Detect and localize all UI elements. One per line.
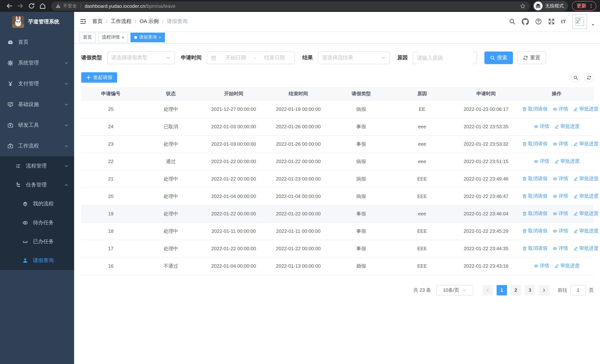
- fullscreen-icon[interactable]: [548, 18, 555, 25]
- sidebar-item-payment[interactable]: 支付管理: [0, 73, 74, 94]
- cell-id: 25: [81, 101, 141, 118]
- search-button[interactable]: 搜索: [484, 52, 513, 64]
- browser-back-icon[interactable]: [6, 3, 13, 9]
- browser-menu-icon[interactable]: [589, 3, 594, 9]
- breadcrumb-item[interactable]: 首页: [92, 18, 103, 25]
- detail-action-link[interactable]: 详情: [553, 193, 568, 200]
- help-icon[interactable]: [535, 18, 542, 25]
- sidebar-item-label: 流程管理: [26, 163, 47, 169]
- page-button-2[interactable]: 2: [511, 285, 521, 295]
- detail-action-link[interactable]: 详情: [553, 106, 568, 112]
- sidebar-item-todo-task[interactable]: 待办任务: [0, 213, 74, 232]
- cancel-action-link[interactable]: 取消请假: [522, 210, 547, 217]
- browser-forward-icon[interactable]: [17, 3, 24, 9]
- url-host[interactable]: dashboard.yudao.iocoder.cn: [85, 3, 145, 9]
- range-separator: -: [252, 55, 258, 61]
- tab-close-icon[interactable]: ×: [122, 35, 124, 39]
- cancel-action-link[interactable]: 取消请假: [522, 176, 547, 182]
- update-label[interactable]: 更新: [577, 3, 586, 9]
- page-size-select[interactable]: 10条/页: [436, 285, 473, 295]
- progress-action-link[interactable]: 审批进度: [573, 228, 599, 234]
- progress-action-link[interactable]: 审批进度: [573, 245, 599, 252]
- progress-action-link[interactable]: 审批进度: [573, 106, 599, 112]
- cell-reason: EEE: [392, 240, 452, 257]
- page-button-1[interactable]: 1: [497, 285, 507, 295]
- sidebar-item-workflow[interactable]: 工作流程: [0, 136, 74, 156]
- avatar-caret-icon[interactable]: [591, 23, 595, 27]
- detail-action-link[interactable]: 详情: [553, 210, 568, 217]
- sidebar-item-system[interactable]: 系统管理: [0, 53, 74, 73]
- progress-action-link[interactable]: 审批进度: [573, 141, 599, 147]
- refresh-icon: [523, 55, 528, 60]
- start-date-placeholder[interactable]: 开始日期: [219, 55, 252, 61]
- page-button-3[interactable]: 3: [525, 285, 535, 295]
- browser-reload-icon[interactable]: [28, 3, 35, 9]
- eye-closed-icon: [22, 239, 28, 244]
- chevron-down-icon: [64, 61, 69, 65]
- jump-page-input[interactable]: [570, 285, 586, 295]
- cancel-action-link[interactable]: 取消请假: [522, 193, 547, 200]
- url-bar[interactable]: 不安全 dashboard.yudao.iocoder.cn /bpm/oa/l…: [51, 1, 530, 10]
- github-icon[interactable]: [522, 18, 529, 25]
- table-header-row: 申请编号状态开始时间结束时间请假类型原因申请时间操作: [81, 87, 594, 101]
- table-row: 17处理中2022-01-22 00:00:002022-01-22 00:00…: [81, 240, 594, 257]
- progress-action-link[interactable]: 审批进度: [554, 263, 580, 269]
- not-secure-label[interactable]: 不安全: [63, 3, 77, 9]
- sidebar-collapse-icon[interactable]: [80, 19, 86, 24]
- sidebar-item-leave-query[interactable]: 请假查询: [0, 251, 74, 270]
- reset-button[interactable]: 重置: [517, 52, 546, 64]
- sidebar-item-process-mgmt[interactable]: 流程管理: [0, 156, 74, 175]
- sidebar-item-infra[interactable]: 基础设施: [0, 94, 74, 115]
- sidebar-item-my-process[interactable]: 我的流程: [0, 194, 74, 213]
- detail-action-link[interactable]: 详情: [553, 228, 568, 234]
- progress-action-link[interactable]: 审批进度: [573, 176, 599, 182]
- cell-reason: EEE: [392, 222, 452, 240]
- sidebar-item-task-mgmt[interactable]: 任务管理: [0, 175, 74, 194]
- cancel-action-link[interactable]: 取消请假: [522, 228, 547, 234]
- app-logo-row[interactable]: 芋道管理系统: [0, 12, 74, 32]
- tab-close-icon[interactable]: ×: [159, 35, 161, 39]
- incognito-label: 无痕模式: [545, 3, 564, 9]
- breadcrumb-item[interactable]: OA 示例: [140, 18, 159, 25]
- refresh-table-button[interactable]: [584, 73, 594, 82]
- bookmark-star-icon[interactable]: [520, 3, 525, 9]
- browser-update-button[interactable]: 更新: [572, 1, 596, 11]
- sidebar-item-devtools[interactable]: 研发工具: [0, 115, 74, 136]
- toggle-search-button[interactable]: [571, 73, 580, 82]
- cancel-action-link[interactable]: 取消请假: [522, 141, 547, 147]
- detail-action-link[interactable]: 详情: [534, 263, 549, 269]
- progress-action-link[interactable]: 审批进度: [554, 123, 580, 130]
- apply-time-range-picker[interactable]: 开始日期 - 结束日期: [207, 52, 295, 64]
- cancel-action-link[interactable]: 取消请假: [522, 106, 547, 112]
- detail-action-link[interactable]: 详情: [553, 176, 568, 182]
- browser-home-icon[interactable]: [39, 3, 46, 9]
- avatar[interactable]: [572, 14, 587, 29]
- end-date-placeholder[interactable]: 结束日期: [258, 55, 291, 61]
- detail-action-link[interactable]: 详情: [553, 245, 568, 252]
- detail-action-link[interactable]: 详情: [553, 141, 568, 147]
- prev-page-button[interactable]: [483, 285, 493, 295]
- not-secure-warning-icon[interactable]: [56, 3, 61, 9]
- view-icon: [553, 211, 557, 216]
- font-size-icon[interactable]: tT: [561, 19, 566, 24]
- breadcrumb-item[interactable]: 工作流程: [111, 18, 131, 25]
- tab-流程详情[interactable]: 流程详情×: [98, 32, 128, 42]
- progress-action-link[interactable]: 审批进度: [554, 158, 580, 165]
- tab-首页[interactable]: 首页: [79, 32, 96, 42]
- detail-action-link[interactable]: 详情: [534, 123, 549, 130]
- leave-type-select[interactable]: 请选择请假类型: [107, 52, 175, 64]
- detail-action-link[interactable]: 详情: [534, 158, 549, 165]
- progress-action-link[interactable]: 审批进度: [573, 210, 599, 217]
- result-select[interactable]: 请选择流结果: [318, 52, 390, 64]
- tab-请假查询[interactable]: 请假查询×: [131, 32, 165, 42]
- cancel-action-link[interactable]: 取消请假: [522, 245, 547, 252]
- progress-action-link[interactable]: 审批进度: [573, 193, 599, 200]
- sidebar-item-done-task[interactable]: 已办任务: [0, 232, 74, 251]
- search-icon[interactable]: [509, 18, 516, 25]
- reason-input[interactable]: [417, 52, 473, 64]
- next-page-button[interactable]: [539, 285, 549, 295]
- sidebar-item-label: 基础设施: [18, 101, 39, 108]
- create-leave-button[interactable]: 发起请假: [81, 72, 117, 83]
- url-path[interactable]: /bpm/oa/leave: [145, 3, 176, 9]
- sidebar-item-home[interactable]: 首页: [0, 32, 74, 53]
